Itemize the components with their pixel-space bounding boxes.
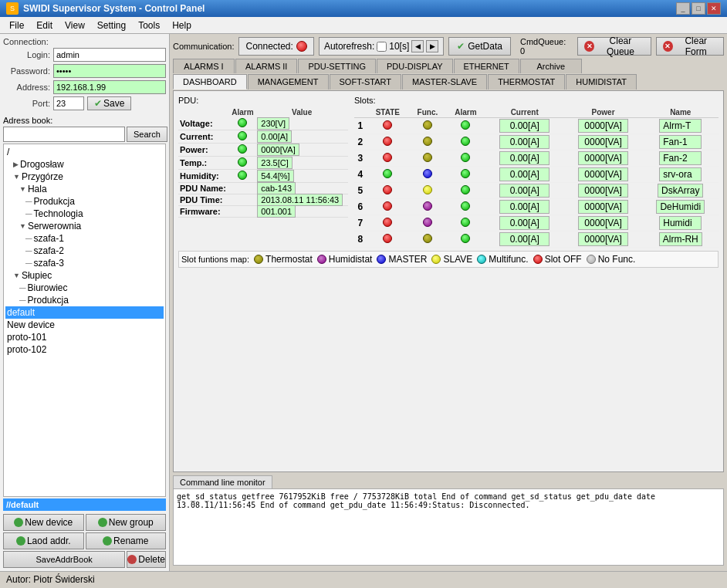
tree-item-default[interactable]: default <box>5 306 164 319</box>
port-input[interactable] <box>53 96 84 110</box>
autorefresh-checkbox[interactable] <box>377 42 387 52</box>
tree-container: / ▶Drogosław ▼Przygórze ▼Hala ─Produkcja… <box>3 144 166 497</box>
minimize-button[interactable]: _ <box>676 2 690 15</box>
tree-item-produkcja1[interactable]: ─Produkcja <box>5 195 164 208</box>
autorefresh-next-button[interactable]: ▶ <box>426 40 438 52</box>
address-input[interactable] <box>53 80 166 94</box>
func-master: MASTER <box>377 254 427 265</box>
password-input[interactable] <box>53 64 166 78</box>
tab-dashboard[interactable]: DASHBOARD <box>173 74 247 90</box>
load-addr-button[interactable]: Laod addr. <box>3 532 84 549</box>
slot-name-8: Alrm-RH <box>643 231 719 248</box>
delete-button[interactable]: Delete <box>127 551 166 568</box>
rename-icon <box>103 536 112 546</box>
tree-item-szafa3[interactable]: ─szafa-3 <box>5 257 164 269</box>
func-slotoff: Slot OFF <box>533 254 582 265</box>
humidistat-icon <box>317 255 326 264</box>
menu-setting[interactable]: Setting <box>91 19 132 32</box>
tab-pdu-setting[interactable]: PDU-SETTING <box>298 59 376 73</box>
tree-item-proto101[interactable]: proto-101 <box>5 331 164 343</box>
pdu-current-label: Current: <box>178 130 230 144</box>
slot-power-6: 0000[VA] <box>564 199 643 215</box>
tab-alarms1[interactable]: ALARMS I <box>173 59 235 73</box>
slot-func-3 <box>409 150 446 167</box>
pdu-row-time: PDU Time: 2013.08.11 11:56:43 <box>178 194 348 206</box>
tab-masterslave[interactable]: MASTER-SLAVE <box>402 74 487 90</box>
slot-num-3: 3 <box>354 150 367 167</box>
clear-form-button[interactable]: ✕ Clear Form <box>656 37 724 56</box>
tree-item-newdevice[interactable]: New device <box>5 319 164 331</box>
clear-queue-button[interactable]: ✕ Clear Queue <box>577 37 651 56</box>
autorefresh-prev-button[interactable]: ◀ <box>411 40 424 52</box>
func-map: Slot funtions map: Thermostat Humidistat… <box>178 251 719 268</box>
cmd-monitor-content[interactable]: get_sd_status getfree 7617952KiB free / … <box>173 488 724 566</box>
slot-state-1 <box>367 118 409 134</box>
slot-power-8: 0000[VA] <box>564 231 643 248</box>
login-input[interactable] <box>53 48 166 62</box>
pdu-name-value: cab-143 <box>257 182 296 194</box>
close-button[interactable]: ✕ <box>707 2 721 15</box>
tabs-row1: ALARMS I ALARMS II PDU-SETTING PDU-DISPL… <box>173 59 724 73</box>
menu-file[interactable]: File <box>3 19 30 32</box>
top-bar: Communication: Connected: Autorefresh: 1… <box>173 37 724 56</box>
menu-edit[interactable]: Edit <box>30 19 59 32</box>
tree-item-drogoslaw[interactable]: ▶Drogosław <box>5 158 164 171</box>
tab-humidistat[interactable]: HUMIDISTAT <box>566 74 637 90</box>
maximize-button[interactable]: □ <box>691 2 705 15</box>
pdu-current-value: 0.00[A] <box>257 130 292 143</box>
tab-archive[interactable]: Archive <box>520 59 582 73</box>
getdata-button[interactable]: ✔ GetData <box>448 37 511 56</box>
slot-state-4 <box>367 167 409 183</box>
slot-name-4: srv-ora <box>643 167 719 183</box>
tree-item-technologia[interactable]: ─Technologia <box>5 208 164 220</box>
slot-current-7: 0.00[A] <box>485 215 564 231</box>
tree-item-proto102[interactable]: proto-102 <box>5 343 164 356</box>
menu-tools[interactable]: Tools <box>132 19 166 32</box>
pdu-power-alarm-led <box>238 144 247 154</box>
tab-ethernet[interactable]: ETHERNET <box>454 59 519 73</box>
new-group-button[interactable]: New group <box>86 514 167 531</box>
tree-item-biurowiec[interactable]: ─Biurowiec <box>5 282 164 294</box>
tab-management[interactable]: MANAGEMENT <box>248 74 329 90</box>
search-button[interactable]: Search <box>127 127 167 142</box>
tree-item-slupiec[interactable]: ▼Słupiec <box>5 269 164 282</box>
save-addr-book-button[interactable]: SaveAddrBook <box>3 551 125 568</box>
menu-help[interactable]: Help <box>166 19 198 32</box>
slot-alarm-2 <box>446 134 485 150</box>
pdu-name-label: PDU Name: <box>178 183 230 194</box>
pdu-col-value: Value <box>255 107 348 117</box>
tab-pdu-display[interactable]: PDU-DISPLAY <box>377 59 453 73</box>
tree-item-serwerownia[interactable]: ▼Serwerownia <box>5 220 164 232</box>
new-device-button[interactable]: New device <box>3 514 84 531</box>
slot-num-5: 5 <box>354 183 367 199</box>
slot-alarm-5 <box>446 183 485 199</box>
tab-thermostat[interactable]: THERMOSTAT <box>488 74 565 90</box>
pdu-row-voltage: Voltage: 230[V] <box>178 117 348 130</box>
tab-alarms2[interactable]: ALARMS II <box>235 59 297 73</box>
menu-view[interactable]: View <box>59 19 91 32</box>
multifunc-icon <box>477 255 486 264</box>
tab-softstart[interactable]: SOFT-START <box>330 74 401 90</box>
connection-label: Connection: <box>3 37 166 46</box>
search-input[interactable] <box>3 127 125 142</box>
tree-item-produkcja2[interactable]: ─Produkcja <box>5 294 164 306</box>
slot-alarm-1 <box>446 118 485 134</box>
nofunc-icon <box>587 255 596 264</box>
delete-icon <box>127 555 137 564</box>
slot-alarm-7 <box>446 215 485 231</box>
tree-item-szafa2[interactable]: ─szafa-2 <box>5 245 164 257</box>
tree-item-root[interactable]: / <box>5 146 164 158</box>
slot-current-4: 0.00[A] <box>485 167 564 183</box>
func-thermostat: Thermostat <box>254 254 313 265</box>
save-button[interactable]: ✔ Save <box>87 96 131 110</box>
slot-func-5 <box>409 183 446 199</box>
rename-button[interactable]: Rename <box>86 532 167 549</box>
slot-row-4: 4 0.00[A] 0000[VA] srv-ora <box>354 167 719 183</box>
func-nofunc: No Func. <box>587 254 636 265</box>
tree-item-szafa1[interactable]: ─szafa-1 <box>5 232 164 245</box>
pdu-voltage-alarm-led <box>238 118 247 127</box>
tree-item-przygórze[interactable]: ▼Przygórze <box>5 171 164 183</box>
tree-item-hala[interactable]: ▼Hala <box>5 183 164 195</box>
new-group-icon <box>98 518 107 527</box>
pdu-col-alarm: Alarm <box>230 107 256 117</box>
